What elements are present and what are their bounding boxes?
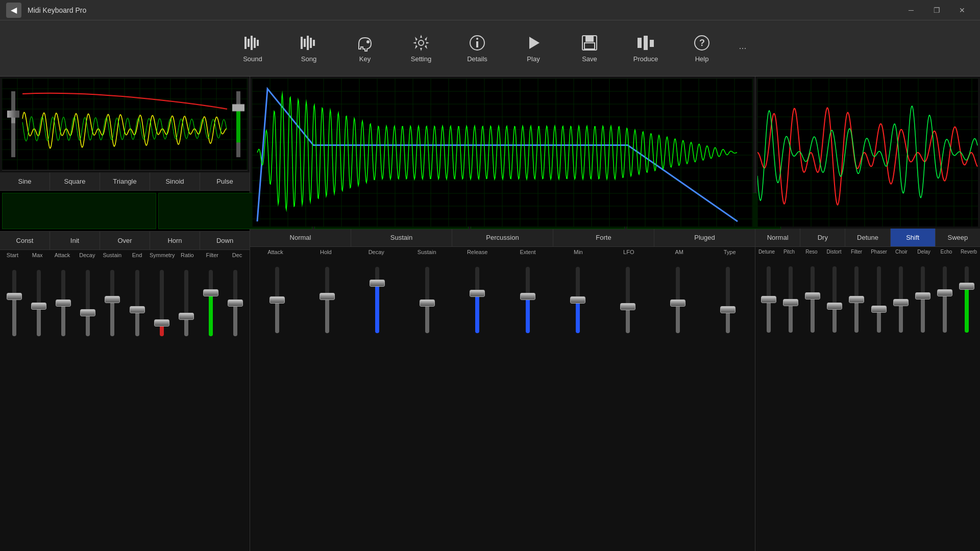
slider-3[interactable] [825,259,844,340]
slider-5[interactable] [519,259,537,341]
slider-1[interactable] [318,259,336,341]
toolbar-setting-label: Setting [411,55,431,63]
slider-9[interactable] [226,262,244,344]
right-preset-normal[interactable]: Normal [755,229,800,246]
right-preset-detune[interactable]: Detune [845,229,890,246]
preset-btn-over[interactable]: Over [100,232,150,249]
slider-1[interactable] [781,259,800,340]
slider-6[interactable] [569,259,587,341]
clbl-am: AM [654,249,704,255]
wave-thumb-0[interactable] [2,193,156,229]
preset-btn-init[interactable]: Init [50,232,100,249]
slider-6[interactable] [892,259,910,340]
left-slider-labels: Start Max Attack Decay Sustain End Symme… [0,250,250,260]
svg-rect-4 [257,40,259,46]
slider-6[interactable] [153,262,171,344]
slider-5[interactable] [128,262,146,344]
right-preset-dry[interactable]: Dry [800,229,845,246]
center-preset-normal[interactable]: Normal [250,229,351,246]
slider-8[interactable] [202,262,220,344]
clbl-decay: Decay [351,249,402,255]
rlbl-pitch: Pitch [778,249,800,255]
center-preset-pluged[interactable]: Pluged [654,229,755,246]
center-preset-sustain[interactable]: Sustain [351,229,452,246]
slider-8[interactable] [936,259,954,340]
toolbar-produce[interactable]: Produce [618,20,674,77]
slider-9[interactable] [958,259,976,340]
lbl-ratio: Ratio [175,252,200,258]
slider-0[interactable] [268,259,286,341]
main-area: Tune Waveform Modulation Vol Sine Square… [0,77,980,551]
slider-8[interactable] [669,259,687,341]
envelope-display: Envelope ADSR [252,79,753,227]
toolbar-play[interactable]: Play [505,20,561,77]
toolbar-key[interactable]: Key [337,20,393,77]
minimize-button[interactable]: ─ [899,0,923,20]
wave-btn-pulse[interactable]: Pulse [200,172,250,190]
toolbar-sound[interactable]: Sound [225,20,281,77]
wave-btn-triangle[interactable]: Triangle [100,172,150,190]
lbl-symmetry: Symmetry [150,252,175,258]
slider-1[interactable] [30,262,48,344]
waveform-display: Tune Waveform Modulation Vol [2,79,248,170]
svg-rect-9 [313,40,315,46]
right-panel: FX Effects Normal Dry Detune Shift Sweep… [755,77,980,551]
titlebar: ◀ Midi Keyboard Pro ─ ❐ ✕ [0,0,980,20]
play-icon [524,34,543,52]
window-controls: ─ ❐ ✕ [899,0,974,20]
slider-0[interactable] [5,262,23,344]
toolbar: Sound Song Key Setting D [0,20,980,77]
left-panel: Tune Waveform Modulation Vol Sine Square… [0,77,250,551]
slider-7[interactable] [619,259,637,341]
clbl-extent: Extent [503,249,553,255]
rlbl-distort: Distort [823,249,845,255]
slider-2[interactable] [803,259,822,340]
svg-rect-17 [585,36,594,42]
slider-4[interactable] [468,259,486,341]
slider-7[interactable] [914,259,932,340]
toolbar-save[interactable]: Save [561,20,618,77]
slider-4[interactable] [103,262,121,344]
toolbar-sound-label: Sound [243,55,262,63]
slider-0[interactable] [760,259,778,340]
svg-rect-21 [650,40,654,47]
preset-btn-down[interactable]: Down [200,232,250,249]
center-preset-forte[interactable]: Forte [553,229,654,246]
toolbar-help-label: Help [695,55,709,63]
toolbar-song[interactable]: Song [281,20,337,77]
toolbar-more-button[interactable]: ··· [730,20,755,77]
wave-type-buttons: Sine Square Triangle Sinoid Pulse [0,172,250,191]
wave-btn-sine[interactable]: Sine [0,172,50,190]
key-icon [356,34,374,52]
toolbar-details[interactable]: Details [449,20,505,77]
right-preset-sweep[interactable]: Sweep [936,229,980,246]
close-button[interactable]: ✕ [950,0,974,20]
toolbar-setting[interactable]: Setting [393,20,449,77]
toolbar-help[interactable]: ? Help [674,20,730,77]
slider-2[interactable] [54,262,72,344]
slider-9[interactable] [719,259,737,341]
slider-2[interactable] [368,259,386,341]
preset-btn-horn[interactable]: Horn [150,232,200,249]
slider-3[interactable] [418,259,436,341]
wave-btn-sinoid[interactable]: Sinoid [150,172,200,190]
preset-btn-const[interactable]: Const [0,232,50,249]
back-icon: ◀ [11,5,17,15]
slider-3[interactable] [79,262,97,344]
slider-4[interactable] [847,259,866,340]
wave-btn-square[interactable]: Square [50,172,100,190]
toolbar-key-label: Key [359,55,371,63]
slider-7[interactable] [177,262,195,344]
maximize-button[interactable]: ❐ [925,0,948,20]
svg-rect-1 [248,39,250,47]
svg-rect-14 [476,41,478,47]
lbl-dec: Dec [225,252,250,258]
slider-5[interactable] [870,259,888,340]
center-preset-percussion[interactable]: Percussion [452,229,553,246]
back-button[interactable]: ◀ [6,3,21,18]
rlbl-reso: Reso [800,249,823,255]
right-preset-shift[interactable]: Shift [891,229,936,246]
svg-rect-20 [644,36,648,50]
svg-point-13 [476,38,478,40]
sound-icon [243,34,262,52]
